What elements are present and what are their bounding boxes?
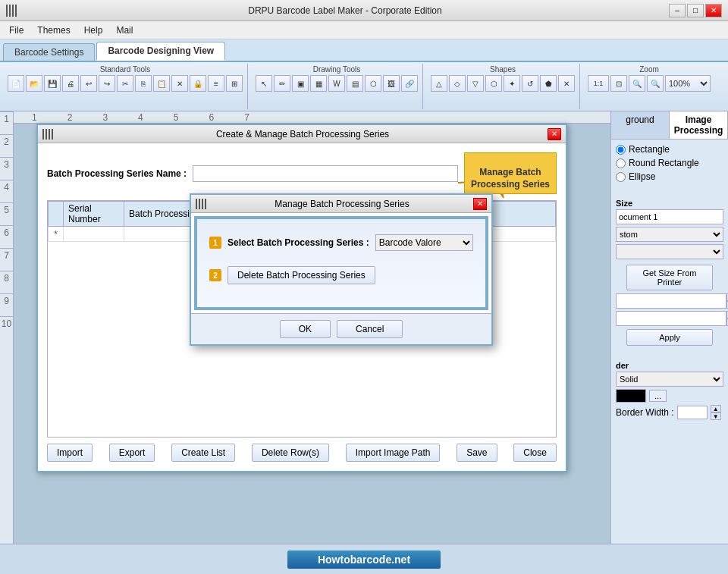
shape-rectangle-radio[interactable]	[616, 145, 626, 155]
border-width-down-button[interactable]: ▼	[711, 412, 721, 420]
tb-redo[interactable]: ↪	[99, 75, 115, 92]
tb-zoom-fit[interactable]: ⊡	[610, 75, 627, 92]
menu-themes[interactable]: Themes	[31, 24, 76, 37]
width-input[interactable]: 100.00	[616, 293, 726, 309]
delete-batch-series-button[interactable]: Delete Batch Processing Series	[228, 266, 375, 284]
create-list-button[interactable]: Create List	[171, 444, 235, 462]
border-width-input[interactable]: 1	[677, 406, 708, 419]
ok-button[interactable]: OK	[280, 320, 331, 338]
tab-bar: Barcode Settings Barcode Designing View	[0, 39, 728, 62]
restore-button[interactable]: □	[687, 4, 704, 17]
border-color-button[interactable]: ...	[649, 390, 667, 402]
tb-draw5[interactable]: W	[328, 75, 345, 92]
border-section: der Solid ... Border Width : 1 ▲ ▼	[611, 353, 728, 425]
tb-grid[interactable]: ⊞	[226, 75, 243, 92]
tb-draw6[interactable]: ▤	[347, 75, 363, 92]
tb-new[interactable]: 📄	[8, 75, 24, 92]
main-content: 1 2 3 4 5 6 7 8 9 10 1 2 3 4 5 6 7 Creat…	[0, 111, 728, 544]
close-button[interactable]: Close	[513, 444, 557, 462]
height-input[interactable]: 100.00	[616, 311, 726, 326]
tab-image-processing[interactable]: Image Processing	[670, 111, 728, 139]
title-bar: DRPU Barcode Label Maker - Corporate Edi…	[0, 0, 728, 21]
shapes-section: Shapes △ ◇ ▽ ⬡ ✦ ↺ ⬟ ✕	[426, 64, 580, 109]
series-name-input[interactable]	[193, 165, 458, 182]
tb-draw4[interactable]: ▦	[310, 75, 327, 92]
shape-ellipse-radio[interactable]	[616, 172, 626, 182]
manage-batch-series-button[interactable]: Manage Batch Processing Series	[464, 152, 557, 194]
manage-dialog-close-button[interactable]: ✕	[473, 198, 487, 210]
apply-button[interactable]: Apply	[626, 329, 713, 346]
shape-round-rect-radio[interactable]	[616, 158, 626, 168]
shape-rectangle-row: Rectangle	[616, 144, 723, 155]
minimize-button[interactable]: –	[669, 4, 686, 17]
tb-draw3[interactable]: ▣	[292, 75, 309, 92]
batch-modal-titlebar: Create & Manage Batch Processing Series …	[38, 125, 566, 143]
border-width-up-button[interactable]: ▲	[711, 405, 721, 412]
drawing-tools-section: Drawing Tools ↖ ✏ ▣ ▦ W ▤ ⬡ 🖼 🔗	[251, 64, 423, 109]
border-style-select[interactable]: Solid	[616, 372, 723, 387]
tb-shape2[interactable]: ◇	[449, 75, 466, 92]
vertical-ruler: 1 2 3 4 5 6 7 8 9 10	[0, 111, 14, 544]
tb-print[interactable]: 🖨	[62, 75, 79, 92]
tb-zoom-100[interactable]: 1:1	[588, 75, 609, 92]
save-button[interactable]: Save	[457, 444, 497, 462]
import-button[interactable]: Import	[47, 444, 93, 462]
tab-barcode-settings[interactable]: Barcode Settings	[3, 43, 95, 61]
drawing-tools-label: Drawing Tools	[313, 65, 361, 74]
tb-zoom-out[interactable]: 🔍	[647, 75, 664, 92]
tb-shape5[interactable]: ✦	[504, 75, 520, 92]
shapes-label: Shapes	[490, 65, 516, 74]
bottom-link[interactable]: Howtobarcode.net	[287, 550, 441, 569]
menu-file[interactable]: File	[3, 24, 30, 37]
tb-draw8[interactable]: 🖼	[383, 75, 400, 92]
tb-zoom-in[interactable]: 🔍	[629, 75, 645, 92]
series-dropdown[interactable]: Barcode Valore	[375, 234, 473, 251]
tb-shape3[interactable]: ▽	[467, 75, 484, 92]
batch-modal-close[interactable]: ✕	[548, 128, 561, 140]
tb-shape6[interactable]: ↺	[522, 75, 538, 92]
tb-lock[interactable]: 🔒	[190, 75, 206, 92]
tb-cut[interactable]: ✂	[117, 75, 133, 92]
menu-help[interactable]: Help	[78, 24, 109, 37]
batch-modal-title: Create & Manage Batch Processing Series	[58, 129, 548, 140]
width-spinbox: 100.00 ▲ ▼	[616, 293, 723, 309]
tb-undo[interactable]: ↩	[80, 75, 97, 92]
size-sub-select[interactable]	[616, 244, 723, 259]
get-size-from-printer-button[interactable]: Get Size From Printer	[626, 265, 713, 290]
tb-delete[interactable]: ✕	[171, 75, 188, 92]
zoom-select[interactable]: 100%	[665, 75, 711, 92]
menu-bar: File Themes Help Mail	[0, 21, 728, 39]
tb-copy[interactable]: ⎘	[135, 75, 152, 92]
tb-align[interactable]: ≡	[208, 75, 224, 92]
tb-draw9[interactable]: 🔗	[401, 75, 418, 92]
tb-shape8[interactable]: ✕	[558, 75, 575, 92]
delete-series-row: 2 Delete Batch Processing Series	[209, 266, 473, 284]
tb-paste[interactable]: 📋	[153, 75, 170, 92]
tb-open[interactable]: 📂	[26, 75, 42, 92]
tb-draw7[interactable]: ⬡	[365, 75, 381, 92]
tb-save[interactable]: 💾	[44, 75, 61, 92]
col-serial: Serial Number	[64, 202, 124, 227]
size-preset-select[interactable]: stom	[616, 227, 723, 242]
shape-ellipse-label: Ellipse	[629, 171, 655, 182]
menu-mail[interactable]: Mail	[110, 24, 139, 37]
tb-draw2[interactable]: ✏	[274, 75, 290, 92]
select-series-label: Select Batch Processing Series :	[228, 237, 369, 248]
tab-barcode-designing[interactable]: Barcode Designing View	[96, 42, 225, 61]
tb-shape7[interactable]: ⬟	[540, 75, 557, 92]
border-label: der	[616, 361, 723, 370]
delete-rows-button[interactable]: Delete Row(s)	[252, 444, 329, 462]
tb-shape4[interactable]: ⬡	[485, 75, 502, 92]
size-section: Size stom Get Size From Printer 100.00 ▲…	[611, 190, 728, 353]
cancel-button[interactable]: Cancel	[337, 320, 403, 338]
export-button[interactable]: Export	[109, 444, 155, 462]
tb-draw1[interactable]: ↖	[256, 75, 272, 92]
drawing-tools-buttons: ↖ ✏ ▣ ▦ W ▤ ⬡ 🖼 🔗	[256, 75, 418, 92]
zoom-section: Zoom 1:1 ⊡ 🔍 🔍 100%	[583, 64, 715, 109]
size-name-input[interactable]	[616, 209, 723, 224]
border-color-row: ...	[616, 389, 723, 403]
close-window-button[interactable]: ✕	[705, 4, 722, 17]
import-image-path-button[interactable]: Import Image Path	[346, 444, 441, 462]
tab-background[interactable]: ground	[611, 111, 670, 139]
tb-shape1[interactable]: △	[431, 75, 447, 92]
